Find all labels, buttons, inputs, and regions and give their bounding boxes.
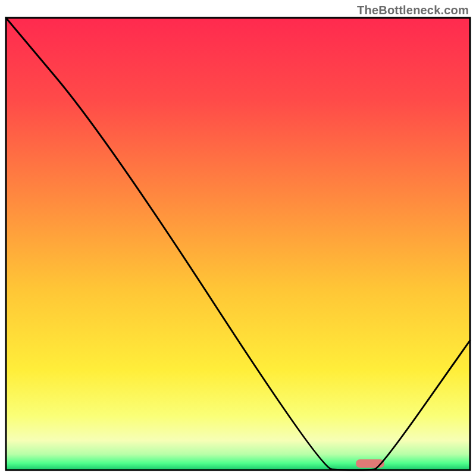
bottleneck-chart: [0, 0, 476, 476]
gradient-background: [6, 18, 470, 470]
watermark-text: TheBottleneck.com: [357, 4, 469, 17]
